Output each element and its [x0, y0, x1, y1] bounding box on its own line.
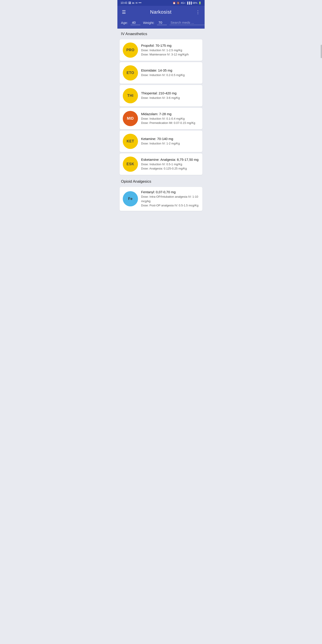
mute-icon: 🔇	[177, 2, 180, 4]
med-card-esketamine[interactable]: ESKEsketamine: Analgesia: 8,75-17,50 mgD…	[120, 154, 202, 175]
weight-input[interactable]	[157, 20, 167, 25]
med-badge-etomidate: ETO	[123, 65, 138, 80]
med-dose-ketamine: Dose: Induction IV: 1-2 mg/Kg	[141, 141, 199, 146]
med-dose-etomidate: Dose: Induction IV: 0.2-0.5 mg/Kg	[141, 73, 199, 77]
med-dose-midazolam: Dose: Induction IV: 0.1-0.4 mg/Kg Dose: …	[141, 116, 199, 125]
med-info-esketamine: Esketamine: Analgesia: 8,75-17,50 mgDose…	[141, 158, 199, 171]
med-title-etomidate: Etomidate: 14-35 mg	[141, 68, 199, 72]
med-info-thiopental: Thiopental: 210-420 mgDose: Induction IV…	[141, 91, 199, 100]
section-header-opioid-analgesics: Opioid Analgesics	[118, 176, 204, 186]
med-title-propofol: Propofol: 70-175 mg	[141, 44, 199, 48]
linkedin-icon: in	[132, 2, 134, 4]
sections-container: IV AnaestheticsPROPropofol: 70-175 mgDos…	[118, 28, 204, 211]
gmail-icon: ✉	[136, 2, 138, 4]
more-status-icon: •••	[139, 1, 142, 4]
search-meds-input[interactable]	[170, 20, 204, 25]
age-label: Age:	[121, 21, 128, 24]
med-dose-fentanyl: Dose: Intra-OP/Intubation analgesia IV: …	[141, 194, 199, 208]
more-options-button[interactable]: ⋮	[195, 8, 201, 16]
status-right: ⏰ 🔇 4G+ ▐▐▐ 68% 🔋	[173, 2, 202, 4]
age-input[interactable]	[130, 20, 140, 25]
battery-level: 68%	[192, 2, 198, 4]
med-badge-midazolam: MID	[123, 111, 138, 126]
med-dose-esketamine: Dose: Induction IV: 0.5-1 mg/Kg Dose: An…	[141, 162, 199, 171]
med-title-thiopental: Thiopental: 210-420 mg	[141, 91, 199, 95]
med-title-ketamine: Ketamine: 70-140 mg	[141, 137, 199, 141]
weight-label: Weight:	[143, 21, 154, 24]
app-title: Narkosist	[150, 9, 172, 15]
med-dose-propofol: Dose: Induction IV: 1-2.5 mg/Kg Dose: Ma…	[141, 48, 199, 57]
med-card-propofol[interactable]: PROPropofol: 70-175 mgDose: Induction IV…	[120, 39, 202, 61]
network-type: 4G+	[181, 2, 185, 4]
sub-header: Age: Weight:	[118, 18, 204, 28]
med-title-midazolam: Midazolam: 7-28 mg	[141, 112, 199, 116]
med-card-etomidate[interactable]: ETOEtomidate: 14-35 mgDose: Induction IV…	[120, 62, 202, 84]
med-card-thiopental[interactable]: THIThiopental: 210-420 mgDose: Induction…	[120, 85, 202, 106]
med-card-midazolam[interactable]: MIDMidazolam: 7-28 mgDose: Induction IV:…	[120, 108, 202, 129]
med-info-ketamine: Ketamine: 70-140 mgDose: Induction IV: 1…	[141, 137, 199, 146]
med-info-fentanyl: Fentanyl: 0,07-0,70 mgDose: Intra-OP/Int…	[141, 190, 199, 208]
med-badge-esketamine: ESK	[123, 156, 138, 172]
med-info-midazolam: Midazolam: 7-28 mgDose: Induction IV: 0.…	[141, 112, 199, 125]
app-bar: ☰ Narkosist ⋮	[118, 6, 204, 18]
signal-icon: ▐▐▐	[186, 2, 192, 4]
med-dose-thiopental: Dose: Induction IV: 3-6 mg/Kg	[141, 96, 199, 100]
med-title-esketamine: Esketamine: Analgesia: 8,75-17,50 mg	[141, 158, 199, 162]
med-badge-thiopental: THI	[123, 88, 138, 103]
med-info-etomidate: Etomidate: 14-35 mgDose: Induction IV: 0…	[141, 68, 199, 77]
med-badge-propofol: PRO	[123, 42, 138, 58]
status-time: 10:43	[120, 1, 127, 4]
med-title-fentanyl: Fentanyl: 0,07-0,70 mg	[141, 190, 199, 194]
menu-button[interactable]: ☰	[121, 8, 127, 16]
status-left: 10:43 🖼 in ✉ •••	[120, 1, 141, 4]
section-header-iv-anaesthetics: IV Anaesthetics	[118, 28, 204, 38]
med-card-ketamine[interactable]: KETKetamine: 70-140 mgDose: Induction IV…	[120, 130, 202, 152]
alarm-icon: ⏰	[173, 2, 176, 4]
gallery-icon: 🖼	[128, 1, 131, 4]
battery-icon: 🔋	[198, 2, 202, 4]
med-badge-fentanyl: Fe	[123, 191, 138, 206]
status-bar: 10:43 🖼 in ✉ ••• ⏰ 🔇 4G+ ▐▐▐ 68% 🔋	[118, 0, 204, 6]
med-badge-ketamine: KET	[123, 134, 138, 149]
med-info-propofol: Propofol: 70-175 mgDose: Induction IV: 1…	[141, 44, 199, 57]
med-card-fentanyl[interactable]: FeFentanyl: 0,07-0,70 mgDose: Intra-OP/I…	[120, 187, 202, 211]
